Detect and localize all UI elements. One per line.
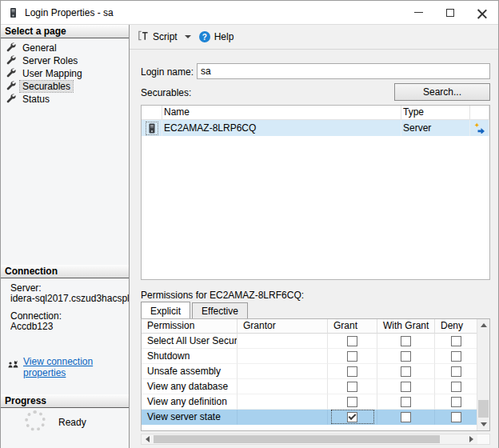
grant-checkbox[interactable] <box>347 351 357 362</box>
login-name-label: Login name: <box>141 66 194 78</box>
sidebar-item-server-roles[interactable]: Server Roles <box>6 54 80 67</box>
permission-name: View any definition <box>142 394 238 410</box>
permission-row[interactable]: View server state <box>142 410 477 425</box>
scroll-left-button[interactable] <box>142 434 153 444</box>
progress-spinner-icon <box>25 410 46 431</box>
with-grant-checkbox[interactable] <box>401 351 411 362</box>
permission-name: Unsafe assembly <box>142 364 238 379</box>
wrench-icon <box>6 67 16 80</box>
grantor-cell <box>238 394 328 410</box>
grantor-column-header: Grantor <box>238 319 328 334</box>
scroll-right-icon <box>469 436 473 442</box>
script-button[interactable]: Script <box>153 31 178 42</box>
connection-header: Connection <box>1 265 129 278</box>
grant-checkbox[interactable] <box>347 397 357 407</box>
sidebar-item-status[interactable]: Status <box>6 93 52 106</box>
actions-column-header <box>470 106 489 120</box>
tab-effective[interactable]: Effective <box>192 302 248 318</box>
sidebar-item-general[interactable]: General <box>6 42 59 54</box>
with-grant-checkbox[interactable] <box>401 412 411 422</box>
with-grant-column-header: With Grant <box>377 319 435 334</box>
grant-checkbox[interactable] <box>347 366 357 377</box>
close-button[interactable] <box>466 1 498 24</box>
close-icon <box>477 8 487 18</box>
grantor-cell <box>238 410 328 425</box>
securable-row[interactable]: EC2AMAZ-8LRP6CQ Server <box>142 120 489 136</box>
permission-row[interactable]: Unsafe assembly <box>142 364 477 379</box>
scroll-right-button[interactable] <box>465 434 477 444</box>
connection-properties-icon <box>7 361 19 374</box>
scroll-down-icon <box>481 422 487 426</box>
wrench-icon <box>6 80 16 93</box>
permission-column-header: Permission <box>142 319 238 334</box>
permission-name: View server state <box>142 410 238 425</box>
permission-name: View any database <box>142 379 238 394</box>
permission-row[interactable]: Shutdown <box>142 349 477 364</box>
grant-checkbox[interactable] <box>347 412 357 422</box>
permissions-table: Permission Grantor Grant With Grant Deny… <box>141 318 490 431</box>
script-dropdown-icon[interactable] <box>185 35 191 38</box>
deny-checkbox[interactable] <box>451 412 461 422</box>
vertical-scrollbar[interactable] <box>477 319 489 430</box>
minimize-button[interactable] <box>402 1 434 24</box>
script-icon <box>137 30 149 44</box>
permissions-tabs: Explicit Effective <box>141 302 250 318</box>
grant-column-header: Grant <box>328 319 377 334</box>
scroll-up-button[interactable] <box>477 319 489 331</box>
with-grant-checkbox[interactable] <box>401 382 411 392</box>
progress-status: Ready <box>58 417 86 428</box>
help-button[interactable]: Help <box>214 31 234 42</box>
tab-explicit[interactable]: Explicit <box>141 302 190 318</box>
horizontal-scrollbar-thumb[interactable] <box>154 435 440 443</box>
with-grant-checkbox[interactable] <box>401 336 411 346</box>
view-connection-properties-link[interactable]: View connection properties <box>23 356 129 378</box>
securable-name: EC2AMAZ-8LRP6CQ <box>162 120 401 136</box>
search-button[interactable]: Search... <box>394 83 490 101</box>
permission-row[interactable]: View any database <box>142 379 477 394</box>
wrench-icon <box>6 54 16 67</box>
with-grant-checkbox[interactable] <box>401 366 411 377</box>
permissions-table-header: Permission Grantor Grant With Grant Deny <box>142 319 477 334</box>
securable-type: Server <box>401 120 470 136</box>
deny-checkbox[interactable] <box>451 366 461 377</box>
server-securable-icon <box>146 122 158 134</box>
maximize-icon <box>446 9 454 17</box>
deny-checkbox[interactable] <box>451 382 461 392</box>
permission-name: Select All User Secur... <box>142 334 238 349</box>
deny-checkbox[interactable] <box>451 397 461 407</box>
maximize-button[interactable] <box>434 1 466 24</box>
connection-label: Connection: <box>10 310 62 322</box>
securables-table-header: Name Type <box>142 106 489 120</box>
sidebar-item-label: General <box>20 42 59 54</box>
grant-checkbox[interactable] <box>347 336 357 346</box>
deny-checkbox[interactable] <box>451 351 461 362</box>
sidebar-item-securables[interactable]: Securables <box>6 80 73 93</box>
deny-checkbox[interactable] <box>451 336 461 346</box>
login-properties-dialog: Login Properties - sa Select a page Gene… <box>0 0 499 448</box>
permission-row[interactable]: View any definition <box>142 394 477 410</box>
grantor-cell <box>238 379 328 394</box>
server-app-icon <box>8 7 18 18</box>
type-column-header: Type <box>401 106 470 120</box>
sidebar: Select a page General Server Roles User … <box>1 25 130 448</box>
securables-table: Name Type EC2AMAZ-8LRP6CQ Server <box>141 105 490 280</box>
help-icon: ? <box>199 31 210 42</box>
wrench-icon <box>6 42 16 54</box>
minimize-icon <box>414 12 423 13</box>
grant-checkbox[interactable] <box>347 382 357 392</box>
grantor-cell <box>238 364 328 379</box>
deny-column-header: Deny <box>435 319 478 334</box>
progress-header: Progress <box>1 394 129 408</box>
with-grant-checkbox[interactable] <box>401 397 411 407</box>
scroll-down-button[interactable] <box>477 418 489 430</box>
server-value: idera-sql2017.cszud3hacspl.us-eas <box>10 293 129 304</box>
login-name-input[interactable] <box>197 63 490 79</box>
permission-row[interactable]: Select All User Secur... <box>142 334 477 349</box>
connection-value: Accdb123 <box>10 321 129 332</box>
sidebar-item-label: Status <box>20 94 52 105</box>
vertical-scrollbar-thumb[interactable] <box>478 400 489 418</box>
effective-permissions-icon[interactable] <box>470 120 489 136</box>
server-label: Server: <box>10 282 42 294</box>
horizontal-scrollbar[interactable] <box>141 434 490 445</box>
sidebar-item-user-mapping[interactable]: User Mapping <box>6 67 85 80</box>
